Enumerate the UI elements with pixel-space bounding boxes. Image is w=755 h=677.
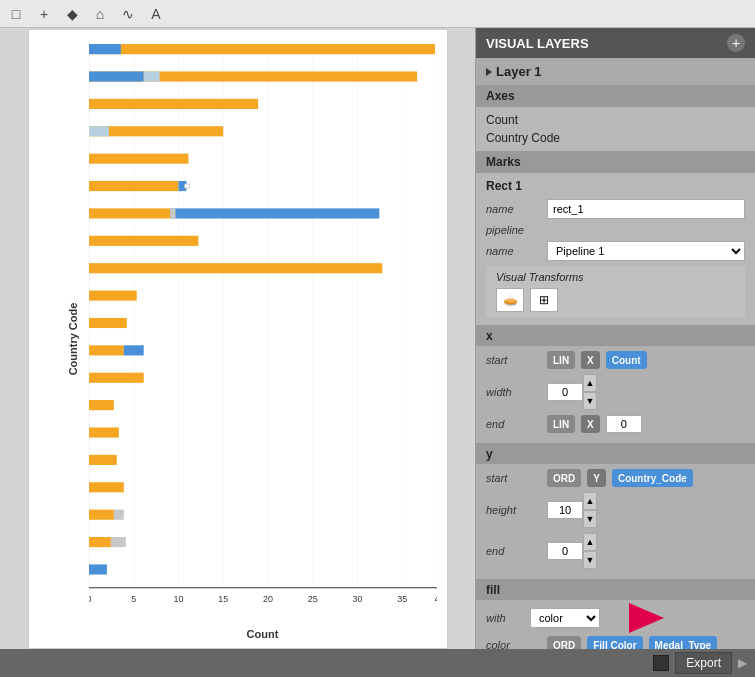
y-start-ord-tag[interactable]: ORD bbox=[547, 469, 581, 487]
fill-with-row: with color bbox=[476, 600, 755, 636]
svg-rect-55 bbox=[89, 235, 198, 245]
x-start-row: start LIN X Count bbox=[486, 351, 745, 369]
axes-header: Axes bbox=[476, 85, 755, 107]
y-start-country-tag[interactable]: Country_Code bbox=[612, 469, 693, 487]
visual-transforms-section: Visual Transforms 🥧 ⊞ bbox=[486, 266, 745, 317]
y-header: y bbox=[476, 444, 755, 464]
x-axis-label: Count bbox=[89, 628, 437, 640]
axes-label: Axes bbox=[486, 89, 515, 103]
y-section: y start ORD Y Country_Code height ▲ bbox=[476, 443, 755, 579]
svg-rect-47 bbox=[89, 126, 109, 136]
svg-rect-51 bbox=[184, 184, 189, 188]
rect1-section: Rect 1 name pipeline name Pipeline 1 Vis… bbox=[476, 173, 755, 325]
name-label: name bbox=[486, 203, 541, 215]
x-body: start LIN X Count width ▲ ▼ bbox=[476, 346, 755, 443]
pipeline-label: pipeline bbox=[486, 224, 541, 236]
toolbar-icon-wave[interactable]: ∿ bbox=[118, 4, 138, 24]
toolbar: □ + ◆ ⌂ ∿ A bbox=[0, 0, 755, 28]
name-input[interactable] bbox=[547, 199, 745, 219]
y-end-label: end bbox=[486, 545, 541, 557]
fill-color-tag[interactable]: Fill Color bbox=[587, 636, 642, 649]
pipeline-select[interactable]: Pipeline 1 bbox=[547, 241, 745, 261]
layer1-label: Layer 1 bbox=[496, 64, 542, 79]
y-body: start ORD Y Country_Code height ▲ ▼ bbox=[476, 464, 755, 579]
x-width-up[interactable]: ▲ bbox=[583, 374, 597, 392]
y-axis-label: Country Code bbox=[67, 302, 79, 375]
x-section: x start LIN X Count width ▲ bbox=[476, 325, 755, 443]
svg-rect-52 bbox=[89, 208, 171, 218]
arrow-indicator bbox=[624, 603, 664, 633]
rect1-title: Rect 1 bbox=[486, 179, 745, 193]
svg-rect-62 bbox=[89, 400, 114, 410]
fill-with-select[interactable]: color bbox=[530, 608, 600, 628]
x-start-lin-tag[interactable]: LIN bbox=[547, 351, 575, 369]
y-end-input[interactable] bbox=[547, 542, 583, 560]
y-height-group: ▲ ▼ bbox=[547, 492, 597, 528]
toolbar-icon-rect[interactable]: □ bbox=[6, 4, 26, 24]
fill-ord-tag[interactable]: ORD bbox=[547, 636, 581, 649]
y-height-down[interactable]: ▼ bbox=[583, 510, 597, 528]
y-end-down[interactable]: ▼ bbox=[583, 551, 597, 569]
y-start-label: start bbox=[486, 472, 541, 484]
chart-area: Country Code Count USA CHN JPN DEU bbox=[0, 28, 475, 649]
x-start-label: start bbox=[486, 354, 541, 366]
svg-rect-43 bbox=[143, 71, 159, 81]
toolbar-icon-home[interactable]: ⌂ bbox=[90, 4, 110, 24]
x-end-x-tag[interactable]: X bbox=[581, 415, 600, 433]
svg-text:30: 30 bbox=[352, 593, 362, 603]
vt-pie-btn[interactable]: 🥧 bbox=[496, 288, 524, 312]
toolbar-icon-diamond[interactable]: ◆ bbox=[62, 4, 82, 24]
toolbar-icon-text[interactable]: A bbox=[146, 4, 166, 24]
collapse-icon[interactable] bbox=[486, 68, 492, 76]
add-layer-button[interactable]: + bbox=[727, 34, 745, 52]
x-label: x bbox=[486, 329, 493, 343]
svg-rect-58 bbox=[89, 317, 127, 327]
y-end-up[interactable]: ▲ bbox=[583, 533, 597, 551]
svg-rect-64 bbox=[89, 454, 117, 464]
y-height-row: height ▲ ▼ bbox=[486, 492, 745, 528]
svg-text:20: 20 bbox=[263, 593, 273, 603]
svg-rect-68 bbox=[89, 537, 111, 547]
x-width-down[interactable]: ▼ bbox=[583, 392, 597, 410]
right-panel: VISUAL LAYERS + Layer 1 Axes Count Count… bbox=[475, 28, 755, 649]
visual-transforms-label: Visual Transforms bbox=[496, 271, 735, 283]
x-width-input[interactable] bbox=[547, 383, 583, 401]
fill-label: fill bbox=[486, 583, 500, 597]
svg-text:4: 4 bbox=[434, 593, 436, 603]
svg-rect-54 bbox=[170, 208, 175, 218]
visual-layers-header: VISUAL LAYERS + bbox=[476, 28, 755, 58]
svg-rect-69 bbox=[110, 537, 125, 547]
x-end-row: end LIN X bbox=[486, 415, 745, 433]
svg-rect-56 bbox=[89, 263, 382, 273]
svg-rect-53 bbox=[170, 208, 379, 218]
fill-color-row: color ORD Fill Color Medal_Type bbox=[476, 636, 755, 649]
svg-rect-46 bbox=[89, 126, 223, 136]
svg-rect-67 bbox=[113, 509, 123, 519]
layer1-title: Layer 1 bbox=[486, 64, 745, 79]
x-end-lin-tag[interactable]: LIN bbox=[547, 415, 575, 433]
x-end-input[interactable] bbox=[606, 415, 642, 433]
y-label: y bbox=[486, 447, 493, 461]
svg-rect-65 bbox=[89, 482, 124, 492]
fill-header: fill bbox=[476, 580, 755, 600]
svg-rect-61 bbox=[89, 372, 144, 382]
visual-transforms-row: 🥧 ⊞ bbox=[496, 288, 735, 312]
marks-header: Marks bbox=[476, 151, 755, 173]
x-start-x-tag[interactable]: X bbox=[581, 351, 600, 369]
axis-country: Country Code bbox=[486, 129, 745, 147]
svg-text:15: 15 bbox=[218, 593, 228, 603]
svg-text:5: 5 bbox=[131, 593, 136, 603]
y-height-input[interactable] bbox=[547, 501, 583, 519]
export-button[interactable]: Export bbox=[675, 652, 732, 674]
y-height-up[interactable]: ▲ bbox=[583, 492, 597, 510]
vt-table-btn[interactable]: ⊞ bbox=[530, 288, 558, 312]
export-icon bbox=[653, 655, 669, 671]
x-start-count-tag[interactable]: Count bbox=[606, 351, 647, 369]
fill-medal-tag[interactable]: Medal_Type bbox=[649, 636, 718, 649]
svg-text:10: 10 bbox=[173, 593, 183, 603]
y-start-y-tag[interactable]: Y bbox=[587, 469, 606, 487]
svg-text:0: 0 bbox=[89, 593, 91, 603]
toolbar-icon-add[interactable]: + bbox=[34, 4, 54, 24]
visual-layers-title: VISUAL LAYERS bbox=[486, 36, 589, 51]
svg-text:35: 35 bbox=[397, 593, 407, 603]
